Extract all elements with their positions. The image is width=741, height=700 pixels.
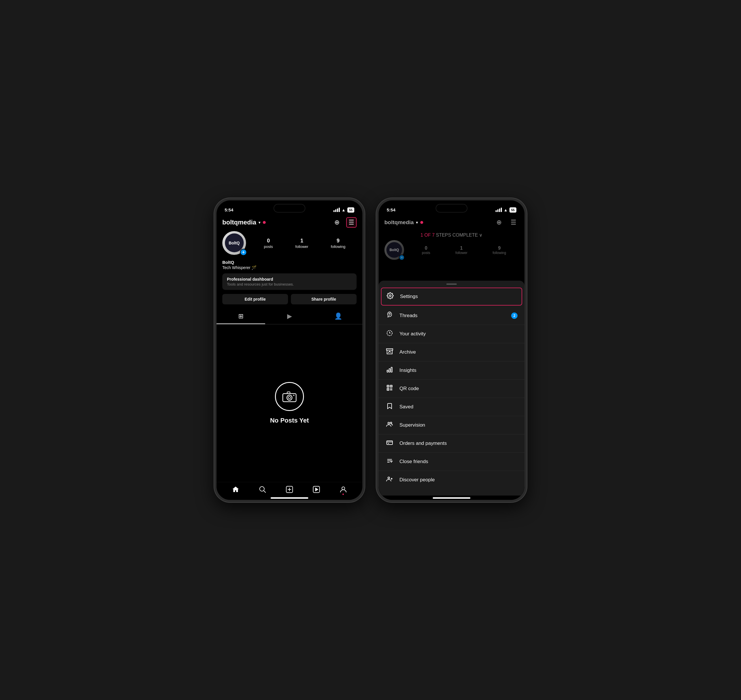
username-1: boltqmedia xyxy=(222,219,256,226)
svg-rect-26 xyxy=(390,390,391,390)
profile-stats-row-1: BoltQ + 0 posts 1 follower 9 following xyxy=(217,231,362,260)
menu-item-activity[interactable]: Your activity xyxy=(379,325,524,343)
supervision-label: Supervision xyxy=(399,422,518,428)
menu-item-friends[interactable]: Close friends xyxy=(379,453,524,471)
signal-icon-2 xyxy=(496,208,502,212)
stat-following-1[interactable]: 9 following xyxy=(331,238,346,249)
payments-icon xyxy=(386,439,394,448)
dim-stat-following: 9 following xyxy=(493,246,506,255)
dim-stat-posts: 0 posts xyxy=(422,246,430,255)
menu-item-saved[interactable]: Saved xyxy=(379,398,524,416)
add-content-button-1[interactable]: ⊕ xyxy=(332,217,342,228)
nav-search-1[interactable] xyxy=(259,486,266,493)
status-right-1: ▲ 55 xyxy=(333,207,354,213)
svg-rect-3 xyxy=(287,392,290,394)
nav-profile-1[interactable] xyxy=(339,486,347,493)
following-label-1: following xyxy=(331,244,346,249)
tab-reels-1[interactable]: ▶ xyxy=(265,309,314,324)
settings-label: Settings xyxy=(400,294,517,300)
menu-item-payments[interactable]: Orders and payments xyxy=(379,434,524,453)
svg-rect-30 xyxy=(387,441,392,444)
tab-tagged-1[interactable]: 👤 xyxy=(314,309,362,324)
edit-profile-button-1[interactable]: Edit profile xyxy=(222,294,288,304)
friends-label: Close friends xyxy=(399,459,518,465)
posts-label-1: posts xyxy=(264,244,273,249)
menu-item-settings[interactable]: Settings xyxy=(381,288,522,306)
nav-profile-dot-1 xyxy=(342,494,344,495)
archive-label: Archive xyxy=(399,349,518,355)
tab-grid-1[interactable]: ⊞ xyxy=(217,309,265,324)
supervision-icon xyxy=(386,421,394,429)
phone-2: 5:54 ▲ 55 boltqmedia ▾ ⊕ ☰ 1 OF 7 xyxy=(376,198,527,502)
svg-point-13 xyxy=(389,295,391,297)
home-indicator-2 xyxy=(433,497,470,499)
reels-icon-1: ▶ xyxy=(287,312,292,320)
threads-label: Threads xyxy=(399,313,505,319)
stat-followers-1[interactable]: 1 follower xyxy=(295,238,308,249)
svg-rect-24 xyxy=(390,388,391,389)
header-actions-2: ⊕ ☰ xyxy=(494,217,519,228)
online-dot-1 xyxy=(263,221,266,224)
svg-point-36 xyxy=(388,477,390,479)
dim-posts-count: 0 xyxy=(425,246,427,251)
menu-item-supervision[interactable]: Supervision xyxy=(379,416,524,434)
dynamic-island-1 xyxy=(273,204,305,213)
dropdown-icon-1: ▾ xyxy=(258,220,261,225)
signal-icon-1 xyxy=(333,208,340,212)
no-posts-text-1: No Posts Yet xyxy=(270,417,309,424)
action-buttons-1: Edit profile Share profile xyxy=(217,294,362,309)
battery-2: 55 xyxy=(509,207,516,213)
bio-section-1: BoltQ Tech Whisperer 🪄 xyxy=(217,260,362,274)
dim-profile-row: BoltQ + 0 posts 1 follower 9 xyxy=(384,240,519,260)
share-profile-button-1[interactable]: Share profile xyxy=(291,294,357,304)
menu-button-1[interactable]: ☰ xyxy=(346,217,357,228)
menu-button-2[interactable]: ☰ xyxy=(508,217,519,228)
posts-count-1: 0 xyxy=(267,238,270,244)
header-actions-1: ⊕ ☰ xyxy=(332,217,357,228)
dim-add-btn: + xyxy=(399,254,405,260)
svg-rect-25 xyxy=(391,390,392,390)
grid-icon-1: ⊞ xyxy=(238,312,244,320)
screen-1: 5:54 ▲ 55 boltqmedia ▾ ⊕ ☰ xyxy=(217,200,362,500)
insights-icon xyxy=(386,366,394,375)
avatar-text-1: BoltQ xyxy=(229,241,240,245)
saved-label: Saved xyxy=(399,404,518,410)
nav-home-1[interactable] xyxy=(232,486,239,493)
time-2: 5:54 xyxy=(387,207,395,212)
activity-icon xyxy=(386,329,394,338)
activity-label: Your activity xyxy=(399,331,518,337)
profile-header-1: boltqmedia ▾ ⊕ ☰ xyxy=(217,215,362,231)
bottom-sheet-2: Settings Threads 2 xyxy=(379,281,524,496)
dim-stats: 0 posts 1 follower 9 following xyxy=(409,246,519,255)
menu-item-qrcode[interactable]: QR code xyxy=(379,380,524,398)
menu-item-discover[interactable]: Discover people xyxy=(379,471,524,489)
menu-item-threads[interactable]: Threads 2 xyxy=(379,307,524,325)
add-content-button-2[interactable]: ⊕ xyxy=(494,217,504,228)
dashboard-title-1: Professional dashboard xyxy=(227,277,352,281)
dashboard-box-1[interactable]: Professional dashboard Tools and resourc… xyxy=(222,274,357,290)
username-row-1: boltqmedia ▾ xyxy=(222,219,266,226)
empty-state-1: No Posts Yet xyxy=(217,324,362,482)
threads-badge: 2 xyxy=(511,312,518,319)
qrcode-icon xyxy=(386,384,394,393)
nav-create-1[interactable] xyxy=(286,486,293,493)
friends-icon xyxy=(386,457,394,466)
dashboard-sub-1: Tools and resources just for businesses. xyxy=(227,282,352,287)
saved-icon xyxy=(386,403,394,411)
menu-item-archive[interactable]: Archive xyxy=(379,343,524,362)
profile-nav-icon-1 xyxy=(339,486,347,493)
discover-label: Discover people xyxy=(399,477,518,483)
display-name-1: BoltQ xyxy=(222,260,357,265)
stat-posts-1[interactable]: 0 posts xyxy=(264,238,273,249)
svg-point-4 xyxy=(293,395,294,396)
svg-point-28 xyxy=(388,422,390,424)
dim-following-count: 9 xyxy=(498,246,501,251)
add-avatar-button-1[interactable]: + xyxy=(240,249,247,256)
steps-banner-2[interactable]: 1 OF 7 STEPS COMPLETE ∨ xyxy=(379,231,524,240)
steps-highlight-2: 1 OF 7 xyxy=(421,232,435,237)
dropdown-icon-2: ▾ xyxy=(416,220,418,225)
nav-reels-1[interactable] xyxy=(313,486,320,493)
svg-rect-15 xyxy=(387,370,388,372)
menu-item-insights[interactable]: Insights xyxy=(379,362,524,380)
dim-following-label: following xyxy=(493,251,506,255)
